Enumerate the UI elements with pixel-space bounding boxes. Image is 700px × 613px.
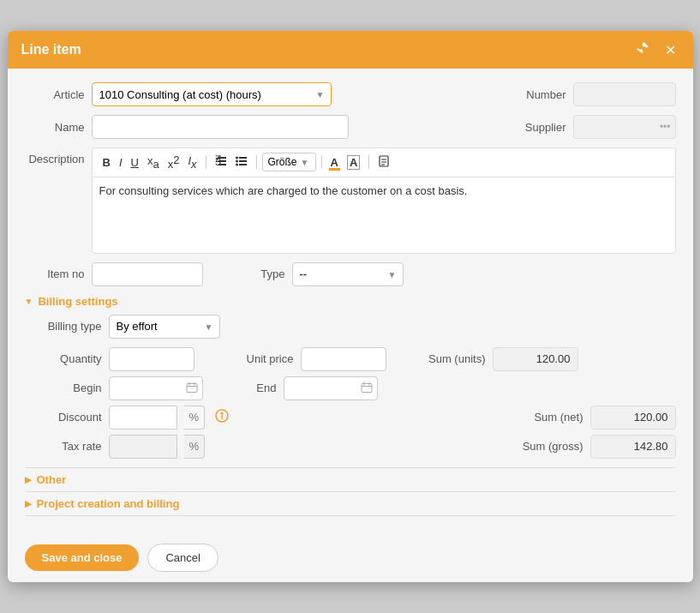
qty-price-sum-row: Quantity 1.0 Unit price 120.00 Sum (unit… (33, 347, 676, 371)
svg-text:3: 3 (215, 155, 221, 167)
tax-sum-gross-row: Tax rate 19.0 % Sum (gross) 142.80 (33, 435, 676, 459)
number-input[interactable]: 1010 (573, 82, 676, 106)
other-collapse-arrow: ▶ (25, 475, 32, 484)
project-label: Project creation and billing (37, 497, 180, 510)
highlight-button[interactable]: A (344, 154, 363, 171)
sum-net-value: 120.00 (590, 406, 676, 430)
billing-collapse-arrow: ▼ (25, 297, 33, 306)
font-color-button[interactable]: A (327, 154, 342, 171)
tax-rate-label: Tax rate (33, 440, 102, 453)
description-textarea[interactable]: For consulting services which are charge… (92, 177, 676, 254)
end-date-wrapper (284, 376, 378, 400)
footer: Save and close Cancel (8, 533, 693, 582)
discount-pct-symbol: % (184, 406, 206, 430)
subscript-button[interactable]: xa (144, 153, 163, 172)
size-select[interactable]: Größe (262, 153, 316, 171)
toolbar-sep-1 (206, 155, 206, 169)
billing-type-row: Billing type By effort Fixed price Not b… (25, 315, 676, 339)
begin-end-row: Begin End (33, 376, 676, 400)
item-type-row: Item no Type -- ▼ (25, 262, 676, 286)
type-select-wrapper: -- ▼ (292, 262, 404, 286)
description-label: Description (25, 147, 85, 253)
article-select[interactable]: 1010 Consulting (at cost) (hours) (92, 82, 332, 106)
sum-units-label: Sum (units) (417, 352, 486, 365)
tax-rate-input[interactable]: 19.0 (109, 435, 177, 459)
billing-settings-header[interactable]: ▼ Billing settings (25, 295, 676, 308)
toolbar-sep-3 (321, 155, 322, 169)
description-text: For consulting services which are charge… (99, 184, 468, 197)
description-editor: B I U xa x2 Ix 123 Gr (92, 147, 676, 253)
svg-rect-7 (239, 160, 247, 162)
font-color-bar (329, 168, 340, 171)
number-label: Number (506, 88, 566, 101)
name-label: Name (25, 121, 85, 134)
header-actions: ✕ (632, 39, 679, 60)
sum-net-label: Sum (net) (515, 411, 583, 424)
billing-fields: Quantity 1.0 Unit price 120.00 Sum (unit… (25, 347, 676, 459)
billing-type-select-wrapper: By effort Fixed price Not billable ▼ (109, 315, 220, 339)
unit-price-input[interactable]: 120.00 (301, 347, 386, 371)
quantity-input[interactable]: 1.0 (109, 347, 194, 371)
dialog-body: Article 1010 Consulting (at cost) (hours… (8, 69, 693, 532)
project-collapse-arrow: ▶ (25, 499, 32, 508)
save-close-button[interactable]: Save and close (25, 544, 140, 571)
name-input[interactable]: Consulting (at cost) (92, 115, 349, 139)
document-button[interactable] (374, 153, 393, 171)
cancel-button[interactable]: Cancel (147, 544, 218, 572)
editor-toolbar: B I U xa x2 Ix 123 Gr (92, 147, 676, 176)
article-select-wrapper: 1010 Consulting (at cost) (hours) ▼ (92, 82, 332, 106)
svg-point-9 (236, 156, 238, 159)
divider-3 (25, 515, 676, 516)
article-label: Article (25, 88, 85, 101)
dialog-title: Line item (21, 42, 81, 57)
discount-hint-icon[interactable] (215, 409, 229, 426)
size-select-wrapper: Größe ▼ (262, 153, 316, 171)
bold-button[interactable]: B (99, 154, 114, 171)
divider-1 (25, 467, 676, 468)
description-row: Description B I U xa x2 Ix 123 (25, 147, 676, 253)
underline-button[interactable]: U (128, 154, 142, 171)
end-label: End (242, 382, 277, 394)
quantity-label: Quantity (33, 352, 102, 365)
superscript-button[interactable]: x2 (165, 152, 183, 172)
discount-label: Discount (33, 411, 102, 424)
end-calendar-icon (361, 381, 373, 395)
type-label: Type (251, 267, 285, 280)
begin-calendar-icon (186, 381, 198, 395)
ordered-list-button[interactable]: 123 (212, 153, 230, 171)
italic-button[interactable]: I (116, 154, 126, 171)
close-button[interactable]: ✕ (661, 40, 679, 60)
svg-point-11 (236, 163, 238, 165)
svg-point-10 (236, 159, 238, 162)
dialog-header: Line item ✕ (8, 31, 693, 69)
sum-units-value: 120.00 (493, 347, 578, 371)
billing-settings-label: Billing settings (38, 295, 117, 308)
item-no-input[interactable] (92, 262, 203, 286)
item-no-label: Item no (25, 267, 85, 280)
project-section-header[interactable]: ▶ Project creation and billing (25, 497, 676, 510)
svg-rect-8 (239, 164, 247, 165)
sum-gross-label: Sum (gross) (515, 440, 583, 453)
other-section-header[interactable]: ▶ Other (25, 473, 676, 486)
divider-2 (25, 491, 676, 492)
svg-point-26 (221, 412, 223, 414)
billing-type-select[interactable]: By effort Fixed price Not billable (109, 315, 220, 339)
pin-button[interactable] (632, 39, 653, 60)
article-row: Article 1010 Consulting (at cost) (hours… (25, 82, 676, 106)
tax-pct-symbol: % (184, 435, 206, 459)
supplier-more-icon: ••• (660, 121, 671, 133)
svg-rect-20 (362, 383, 372, 392)
unit-price-label: Unit price (234, 352, 294, 365)
font-color-icon: A (331, 156, 338, 169)
highlight-icon: A (347, 155, 360, 170)
svg-rect-6 (239, 157, 247, 159)
begin-date-wrapper (109, 376, 203, 400)
begin-label: Begin (33, 382, 102, 394)
unordered-list-button[interactable] (232, 153, 251, 171)
discount-input[interactable] (109, 406, 177, 430)
toolbar-sep-2 (256, 155, 257, 169)
type-select[interactable]: -- (292, 262, 404, 286)
clear-format-button[interactable]: Ix (184, 153, 200, 172)
other-label: Other (37, 473, 67, 486)
line-item-dialog: Line item ✕ Article 1010 Consulting (at … (8, 31, 693, 581)
